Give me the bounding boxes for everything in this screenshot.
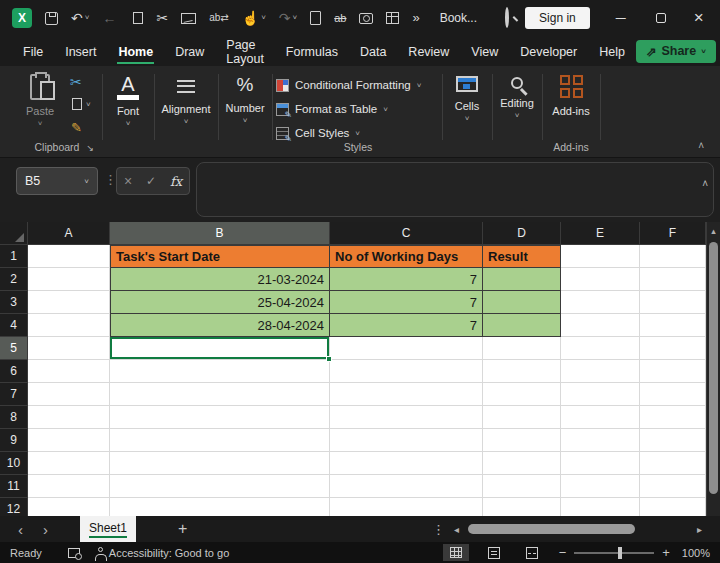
cell-f6[interactable] xyxy=(640,360,706,383)
column-header-f[interactable]: F xyxy=(640,222,706,245)
email-icon[interactable] xyxy=(181,13,196,24)
addins-button[interactable]: Add-ins xyxy=(544,66,598,117)
cell-b6[interactable] xyxy=(110,360,330,383)
formula-bar-expand-icon[interactable]: ˄ xyxy=(702,178,708,189)
touch-mode-icon[interactable]: ☝˅ xyxy=(242,10,266,26)
undo-icon[interactable]: ↶˅ xyxy=(71,10,89,26)
cell-f8[interactable] xyxy=(640,406,706,429)
formula-input[interactable] xyxy=(196,162,714,217)
cancel-icon[interactable]: × xyxy=(124,173,132,189)
cell-a10[interactable] xyxy=(28,452,110,475)
cell-b2[interactable]: 21-03-2024 xyxy=(110,268,330,291)
cell-b8[interactable] xyxy=(110,406,330,429)
cell-f11[interactable] xyxy=(640,475,706,498)
row-header-3[interactable]: 3 xyxy=(0,291,28,314)
cell-e1[interactable] xyxy=(561,245,640,268)
cell-b1[interactable]: Task's Start Date xyxy=(110,245,330,268)
select-all-corner[interactable] xyxy=(0,222,28,245)
hscroll-left-icon[interactable]: ◂ xyxy=(454,524,459,535)
tab-view[interactable]: View xyxy=(460,39,509,64)
cell-c8[interactable] xyxy=(330,406,483,429)
cell-f1[interactable] xyxy=(640,245,706,268)
cell-f7[interactable] xyxy=(640,383,706,406)
cell-c6[interactable] xyxy=(330,360,483,383)
cell-d5[interactable] xyxy=(483,337,561,360)
format-as-table-button[interactable]: Format as Table ˅ xyxy=(276,97,440,121)
tab-data[interactable]: Data xyxy=(349,39,397,64)
add-sheet-icon[interactable]: + xyxy=(178,520,187,538)
cell-d8[interactable] xyxy=(483,406,561,429)
sheet-tab-sheet1[interactable]: Sheet1 xyxy=(80,516,136,542)
sheet-next-icon[interactable]: › xyxy=(43,522,48,537)
cell-c9[interactable] xyxy=(330,429,483,452)
cell-e4[interactable] xyxy=(561,314,640,337)
cell-d6[interactable] xyxy=(483,360,561,383)
row-header-1[interactable]: 1 xyxy=(0,245,28,268)
row-header-12[interactable]: 12 xyxy=(0,498,28,516)
tab-file[interactable]: File xyxy=(12,39,54,64)
zoom-in-icon[interactable]: + xyxy=(662,545,670,560)
cell-b3[interactable]: 25-04-2024 xyxy=(110,291,330,314)
cell-d9[interactable] xyxy=(483,429,561,452)
cell-f3[interactable] xyxy=(640,291,706,314)
accessibility-status[interactable]: Accessibility: Good to go xyxy=(98,547,229,559)
close-button[interactable]: × xyxy=(690,8,708,28)
tab-insert[interactable]: Insert xyxy=(54,39,107,64)
cell-f4[interactable] xyxy=(640,314,706,337)
horizontal-scrollbar-thumb[interactable] xyxy=(468,524,635,534)
cell-b7[interactable] xyxy=(110,383,330,406)
cell-d11[interactable] xyxy=(483,475,561,498)
name-box[interactable]: B5 ˅ xyxy=(16,167,98,195)
cell-c3[interactable]: 7 xyxy=(330,291,483,314)
fill-handle[interactable] xyxy=(326,356,332,362)
new-file-icon[interactable] xyxy=(310,11,321,25)
cell-e10[interactable] xyxy=(561,452,640,475)
vertical-scrollbar-thumb[interactable] xyxy=(709,242,718,494)
table-icon[interactable] xyxy=(386,12,399,24)
column-header-a[interactable]: A xyxy=(28,222,110,245)
cell-c10[interactable] xyxy=(330,452,483,475)
column-header-b[interactable]: B xyxy=(110,222,330,245)
row-header-6[interactable]: 6 xyxy=(0,360,28,383)
replace-icon[interactable]: ab⇄ xyxy=(209,10,229,26)
cell-f2[interactable] xyxy=(640,268,706,291)
cell-a12[interactable] xyxy=(28,498,110,516)
cell-a11[interactable] xyxy=(28,475,110,498)
cell-f9[interactable] xyxy=(640,429,706,452)
cell-d3[interactable] xyxy=(483,291,561,314)
font-dropdown-button[interactable]: A Font ˅ xyxy=(104,66,152,157)
normal-view-button[interactable] xyxy=(443,544,469,561)
cell-b4[interactable]: 28-04-2024 xyxy=(110,314,330,337)
insert-function-icon[interactable]: fx xyxy=(170,174,182,189)
cell-b10[interactable] xyxy=(110,452,330,475)
paste-button[interactable]: Paste ˅ xyxy=(18,74,62,128)
cell-e6[interactable] xyxy=(561,360,640,383)
row-header-7[interactable]: 7 xyxy=(0,383,28,406)
share-button[interactable]: ⇗ Share ˅ xyxy=(636,40,716,63)
cell-e9[interactable] xyxy=(561,429,640,452)
cell-d7[interactable] xyxy=(483,383,561,406)
cell-c4[interactable]: 7 xyxy=(330,314,483,337)
collapse-ribbon-icon[interactable]: ˄ xyxy=(698,140,704,151)
cell-a8[interactable] xyxy=(28,406,110,429)
row-header-4[interactable]: 4 xyxy=(0,314,28,337)
search-icon[interactable] xyxy=(505,9,509,27)
cell-a5[interactable] xyxy=(28,337,110,360)
cell-d2[interactable] xyxy=(483,268,561,291)
cell-e2[interactable] xyxy=(561,268,640,291)
editing-dropdown-button[interactable]: Editing ˅ xyxy=(494,66,540,157)
row-header-2[interactable]: 2 xyxy=(0,268,28,291)
cell-a4[interactable] xyxy=(28,314,110,337)
zoom-slider[interactable] xyxy=(574,552,654,554)
column-header-d[interactable]: D xyxy=(483,222,561,245)
enter-icon[interactable]: ✓ xyxy=(146,174,156,188)
cell-a2[interactable] xyxy=(28,268,110,291)
selected-cell-b5[interactable] xyxy=(110,337,330,360)
cell-e7[interactable] xyxy=(561,383,640,406)
sign-in-button[interactable]: Sign in xyxy=(525,7,590,29)
cell-b11[interactable] xyxy=(110,475,330,498)
format-painter-button[interactable]: ✎ xyxy=(71,120,82,135)
cell-f12[interactable] xyxy=(640,498,706,516)
tab-help[interactable]: Help xyxy=(588,39,636,64)
cells-dropdown-button[interactable]: Cells ˅ xyxy=(444,66,490,157)
